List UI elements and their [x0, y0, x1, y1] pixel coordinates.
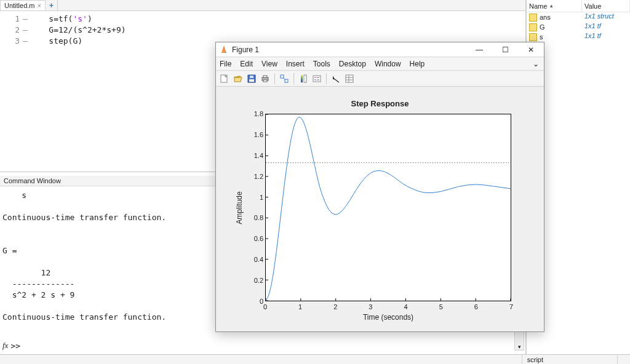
plot-area[interactable] — [265, 114, 511, 301]
figure-toolbar — [216, 71, 544, 87]
code-line[interactable]: s=tf('s') — [30, 14, 525, 25]
y-tick-label: 0.4 — [254, 256, 263, 263]
x-tick-label: 4 — [404, 303, 408, 311]
breakpoint-gutter[interactable]: – — [21, 25, 30, 36]
prompt-chevrons: >> — [10, 341, 20, 350]
variable-icon — [529, 23, 537, 31]
property-inspector-icon[interactable] — [343, 73, 356, 85]
svg-rect-7 — [281, 75, 284, 78]
variable-name: s — [540, 33, 543, 41]
scroll-down-icon[interactable]: ▾ — [518, 344, 521, 350]
menu-view[interactable]: View — [261, 60, 277, 68]
editor-tab[interactable]: Untitled.m × — [0, 0, 46, 10]
svg-line-16 — [334, 79, 339, 82]
close-tab-icon[interactable]: × — [38, 2, 41, 9]
workspace-col-value[interactable]: Value — [582, 0, 630, 12]
matlab-logo-icon — [220, 46, 228, 54]
y-tick-label: 1.4 — [254, 152, 263, 159]
menu-file[interactable]: File — [220, 60, 231, 68]
variable-value: 1x1 tf — [582, 32, 630, 42]
line-number: 2 — [0, 25, 20, 36]
variable-name: G — [540, 23, 545, 31]
figure-title: Figure 1 — [232, 46, 466, 54]
open-icon[interactable] — [232, 73, 244, 85]
workspace-row[interactable]: G1x1 tf — [527, 22, 630, 32]
editor-tab-label: Untitled.m — [4, 2, 35, 9]
x-tick-label: 3 — [369, 303, 372, 311]
insert-colorbar-icon[interactable] — [297, 73, 309, 85]
close-button[interactable]: ✕ — [518, 42, 544, 57]
plot-title: Step Response — [216, 99, 544, 108]
x-tick-label: 1 — [298, 303, 302, 311]
toolbar-separator — [293, 73, 294, 84]
x-tick-label: 6 — [474, 303, 478, 311]
toolbar-separator — [274, 73, 275, 84]
status-mode: script — [522, 355, 618, 364]
line-number: 1 — [0, 14, 20, 25]
edit-plot-icon[interactable] — [330, 73, 342, 85]
svg-rect-10 — [304, 75, 306, 82]
x-tick-label: 5 — [439, 303, 443, 311]
editor-tabstrip: Untitled.m × + — [0, 0, 525, 11]
menu-edit[interactable]: Edit — [240, 60, 253, 68]
svg-rect-3 — [250, 76, 253, 78]
x-axis-label: Time (seconds) — [265, 313, 511, 322]
x-tick-label: 2 — [333, 303, 337, 311]
minimize-button[interactable]: — — [466, 42, 492, 57]
breakpoint-gutter[interactable]: – — [21, 14, 30, 25]
y-tick-label: 1.2 — [254, 173, 263, 180]
figure-titlebar[interactable]: Figure 1 — ☐ ✕ — [216, 42, 544, 57]
sort-asc-icon: ▲ — [549, 3, 554, 9]
print-icon[interactable] — [259, 73, 271, 85]
maximize-button[interactable]: ☐ — [492, 42, 518, 57]
svg-rect-2 — [249, 79, 254, 82]
y-tick-label: 1.6 — [254, 131, 263, 138]
variable-name: ans — [540, 14, 551, 21]
variable-icon — [529, 14, 537, 22]
figure-canvas: Step Response Amplitude 00.20.40.60.811.… — [216, 87, 544, 331]
breakpoint-gutter[interactable]: – — [21, 36, 30, 47]
x-tick-label: 7 — [509, 303, 513, 311]
workspace-row[interactable]: s1x1 tf — [527, 32, 630, 42]
y-tick-label: 1 — [260, 194, 263, 201]
figure-dropdown-icon[interactable]: ⌄ — [533, 60, 540, 68]
svg-rect-5 — [263, 76, 267, 77]
svg-rect-6 — [263, 80, 267, 82]
fx-icon: fx — [2, 341, 8, 350]
new-tab-button[interactable]: + — [46, 0, 58, 10]
workspace-row[interactable]: ans1x1 struct — [527, 12, 630, 22]
figure-window[interactable]: Figure 1 — ☐ ✕ FileEditViewInsertToolsDe… — [215, 42, 544, 332]
y-tick-label: 0.8 — [254, 214, 263, 221]
menu-window[interactable]: Window — [375, 60, 401, 68]
menu-desktop[interactable]: Desktop — [339, 60, 366, 68]
figure-menubar: FileEditViewInsertToolsDesktopWindowHelp… — [216, 57, 544, 71]
workspace-col-name[interactable]: Name ▲ — [527, 0, 582, 12]
code-line[interactable]: G=12/(s^2+2*s+9) — [30, 25, 525, 36]
toolbar-separator — [326, 73, 327, 84]
menu-insert[interactable]: Insert — [286, 60, 305, 68]
menu-help[interactable]: Help — [410, 60, 425, 68]
svg-rect-9 — [301, 75, 303, 82]
new-figure-icon[interactable] — [218, 73, 231, 85]
variable-value: 1x1 tf — [582, 22, 630, 32]
y-axis-label: Amplitude — [234, 114, 244, 301]
menu-tools[interactable]: Tools — [313, 60, 330, 68]
insert-legend-icon[interactable] — [311, 73, 323, 85]
status-bar: script — [0, 354, 630, 364]
x-tick-label: 0 — [263, 303, 267, 311]
variable-value: 1x1 struct — [582, 12, 630, 22]
link-axes-icon[interactable] — [278, 73, 290, 85]
y-tick-label: 0.6 — [254, 235, 263, 242]
y-tick-label: 1.8 — [254, 110, 263, 117]
svg-rect-11 — [313, 76, 321, 82]
command-prompt[interactable]: fx >> — [0, 339, 525, 354]
svg-rect-8 — [285, 79, 288, 82]
y-tick-label: 0.2 — [254, 277, 263, 284]
workspace-header: Name ▲ Value — [527, 0, 630, 12]
save-icon[interactable] — [245, 73, 258, 85]
svg-rect-17 — [346, 75, 353, 82]
variable-icon — [529, 33, 537, 41]
line-number: 3 — [0, 36, 20, 47]
